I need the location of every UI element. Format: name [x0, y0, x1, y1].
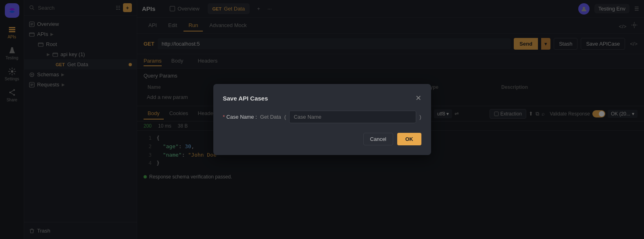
close-paren: )	[419, 114, 421, 120]
case-name-prefix: Get Data	[260, 114, 281, 120]
cancel-button[interactable]: Cancel	[363, 133, 393, 145]
open-paren: (	[284, 114, 286, 120]
case-name-label: * Case Name :	[223, 114, 257, 120]
ok-button[interactable]: OK	[397, 133, 421, 145]
dialog-title: Save API Cases	[223, 95, 268, 102]
save-api-cases-dialog: Save API Cases ✕ * Case Name : Get Data …	[213, 84, 431, 155]
case-name-input[interactable]	[289, 111, 416, 123]
dialog-close-button[interactable]: ✕	[415, 94, 421, 103]
dialog-overlay: Save API Cases ✕ * Case Name : Get Data …	[0, 0, 644, 239]
